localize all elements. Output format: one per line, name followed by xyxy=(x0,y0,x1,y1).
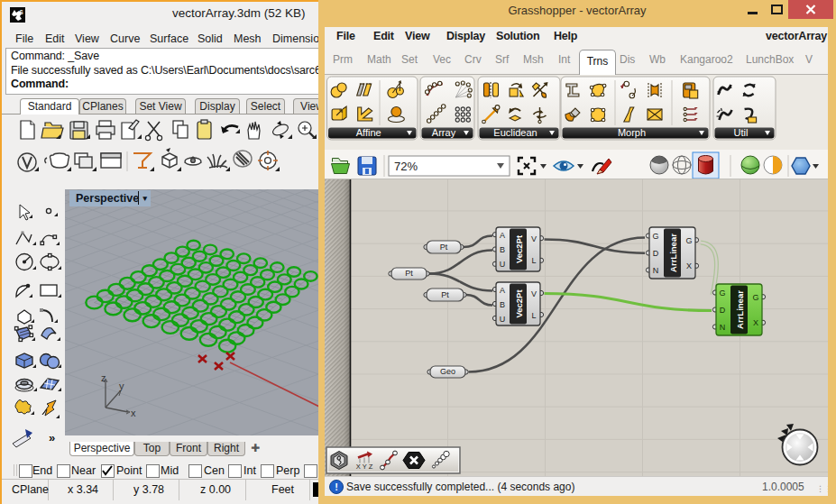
svg-text:X: X xyxy=(753,318,758,327)
svg-text:X Y Z: X Y Z xyxy=(356,463,373,471)
svg-text:72%: 72% xyxy=(394,160,418,173)
svg-text:Morph: Morph xyxy=(618,127,646,138)
svg-text:G: G xyxy=(719,289,725,298)
svg-text:z: z xyxy=(101,372,106,383)
svg-text:D: D xyxy=(720,306,726,315)
svg-text:N: N xyxy=(720,323,726,332)
svg-text:Pt: Pt xyxy=(440,243,448,252)
svg-text:»: » xyxy=(49,431,55,444)
svg-text:Vec2Pt: Vec2Pt xyxy=(514,234,524,263)
svg-text:G: G xyxy=(685,236,692,245)
svg-text:V: V xyxy=(531,289,537,298)
svg-text:D: D xyxy=(653,249,659,258)
svg-text:N: N xyxy=(653,266,659,275)
svg-text:B: B xyxy=(500,300,505,309)
svg-text:U: U xyxy=(500,260,506,269)
svg-text:x: x xyxy=(131,408,136,418)
svg-text:6: 6 xyxy=(19,8,23,16)
svg-text:A: A xyxy=(500,231,505,240)
svg-text:Euclidean: Euclidean xyxy=(493,127,537,138)
svg-text:Pt: Pt xyxy=(405,269,413,278)
svg-text:Array: Array xyxy=(432,127,456,138)
svg-text:G: G xyxy=(752,293,758,302)
svg-text:X: X xyxy=(686,261,692,270)
svg-text:ArrLinear: ArrLinear xyxy=(735,290,745,329)
svg-text:Util: Util xyxy=(734,127,749,138)
svg-text:!: ! xyxy=(335,481,338,492)
svg-text:Vec2Pt: Vec2Pt xyxy=(514,289,524,318)
svg-text:V: V xyxy=(531,234,537,243)
svg-text:U: U xyxy=(500,315,506,324)
svg-text:y: y xyxy=(119,380,124,391)
svg-text:L: L xyxy=(531,256,536,265)
svg-text:Affine: Affine xyxy=(356,127,381,138)
svg-text:Geo: Geo xyxy=(440,367,455,376)
svg-text:ArrLinear: ArrLinear xyxy=(668,234,678,272)
svg-text:L: L xyxy=(531,311,536,320)
svg-text:G: G xyxy=(652,232,658,241)
svg-text:A: A xyxy=(500,286,505,295)
svg-text:B: B xyxy=(500,245,505,254)
svg-text:Pt: Pt xyxy=(441,290,449,299)
